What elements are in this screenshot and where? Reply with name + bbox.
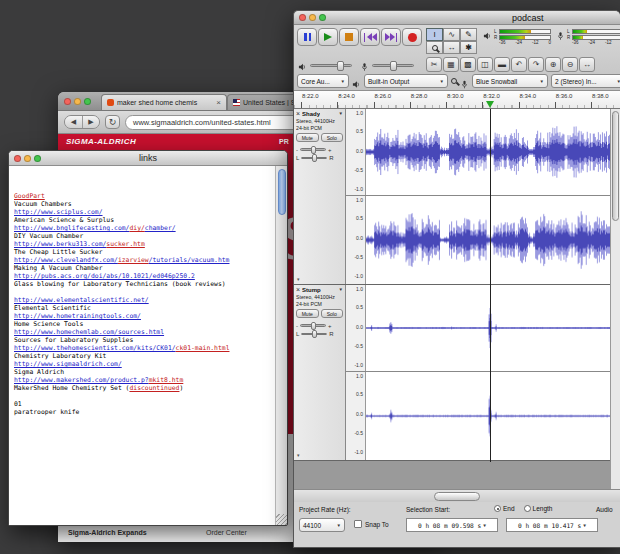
gain-slider[interactable]: - +: [294, 144, 345, 153]
project-rate-select[interactable]: 44100 ▼: [299, 518, 345, 532]
scrollbar-thumb[interactable]: [434, 492, 480, 501]
hyperlink[interactable]: http://www.makershed.com/product.p?: [14, 376, 149, 384]
length-radio[interactable]: Length: [524, 505, 553, 512]
waveform-canvas[interactable]: [366, 196, 610, 284]
tab-close-icon[interactable]: ×: [216, 98, 221, 107]
back-button[interactable]: ◀: [65, 116, 82, 128]
footer-link-expands[interactable]: Sigma-Aldrich Expands: [68, 529, 147, 536]
waveform-display[interactable]: [366, 372, 610, 460]
zoom-tool[interactable]: [426, 41, 443, 54]
mute-button[interactable]: Mute: [296, 133, 319, 142]
vertical-scrollbar[interactable]: [610, 109, 620, 489]
cut-button[interactable]: ✂: [426, 57, 442, 72]
scrollbar-thumb[interactable]: [612, 111, 619, 221]
input-channels-select[interactable]: 2 (Stereo) In...▼: [551, 74, 620, 88]
slider-thumb[interactable]: [311, 146, 316, 154]
slider-thumb[interactable]: [312, 154, 317, 162]
hyperlink[interactable]: izarview: [118, 256, 149, 264]
timeshift-tool[interactable]: ↔: [443, 41, 460, 54]
skip-start-button[interactable]: [360, 28, 380, 46]
hyperlink[interactable]: http://www.thehomescientist.com/kits/CK0…: [14, 344, 176, 352]
draw-tool[interactable]: ✎: [460, 28, 477, 41]
copy-button[interactable]: ▦: [443, 57, 459, 72]
resize-grip[interactable]: [276, 514, 287, 525]
trim-button[interactable]: ◫: [477, 57, 493, 72]
hyperlink[interactable]: http://www.berku313.com/: [14, 240, 106, 248]
scrollbar-thumb[interactable]: [278, 169, 286, 215]
hyperlink[interactable]: http://www.hometrainingtools.com/: [14, 312, 141, 320]
zoom-button[interactable]: [84, 98, 91, 105]
track-close-button[interactable]: ×: [296, 286, 300, 293]
links-title-bar[interactable]: links: [9, 151, 287, 166]
hyperlink[interactable]: http://www.homechemlab.com/sources.html: [14, 328, 164, 336]
hyperlink[interactable]: chamber/: [145, 224, 176, 232]
hyperlink[interactable]: http://pubs.acs.org/doi/abs/10.1021/ed04…: [14, 272, 195, 280]
hyperlink[interactable]: discountinued: [129, 384, 179, 392]
hyperlink[interactable]: http://www.sigmaaldrich.com/: [14, 360, 122, 368]
zoom-fit-button[interactable]: ↔: [579, 57, 595, 72]
close-button[interactable]: [299, 14, 306, 21]
recording-meter[interactable]: LR-36-24-120: [556, 28, 620, 45]
zoom-button[interactable]: [319, 14, 326, 21]
text-document[interactable]: GoodPartVacuum Chambershttp://www.sciplu…: [9, 166, 275, 525]
pan-slider[interactable]: L R: [294, 153, 345, 162]
footer-link-order-center[interactable]: Order Center: [206, 529, 247, 536]
selection-tool[interactable]: I: [426, 28, 443, 41]
input-volume-slider[interactable]: [360, 58, 414, 72]
close-button[interactable]: [64, 98, 71, 105]
zoom-in-button[interactable]: ⊕: [545, 57, 561, 72]
forward-button[interactable]: ▶: [82, 116, 99, 128]
skip-end-button[interactable]: [381, 28, 401, 46]
track-close-button[interactable]: ×: [296, 110, 300, 117]
playhead-marker-icon[interactable]: [486, 101, 494, 108]
audacity-title-bar[interactable]: podcast: [294, 11, 620, 25]
timeline-ruler[interactable]: 8:22.08:24.08:26.08:28.08:30.08:32.08:34…: [294, 91, 620, 109]
slider-track[interactable]: [300, 324, 326, 327]
slider-thumb[interactable]: [311, 322, 316, 330]
solo-button[interactable]: Solo: [321, 309, 344, 318]
slider-track[interactable]: [301, 333, 327, 336]
snap-to-checkbox[interactable]: Snap To: [354, 520, 389, 528]
playback-meter[interactable]: LR-36-24-120: [483, 28, 551, 45]
pause-button[interactable]: [297, 28, 317, 46]
mute-button[interactable]: Mute: [296, 309, 319, 318]
track-menu-arrow-icon[interactable]: ▼: [339, 111, 343, 116]
vertical-scrollbar[interactable]: [275, 166, 287, 525]
track-name[interactable]: Stump: [302, 287, 321, 293]
slider-thumb[interactable]: [390, 61, 397, 71]
hyperlink[interactable]: GoodPart: [14, 192, 45, 200]
audio-host-select[interactable]: Core Au...▼: [297, 74, 349, 88]
hyperlink[interactable]: diy/: [129, 224, 144, 232]
waveform-canvas[interactable]: [366, 372, 610, 460]
selection-end-field[interactable]: 0 h 08 m 10.417 s ▼: [506, 518, 598, 532]
collapse-track-icon[interactable]: ▾: [297, 452, 300, 458]
envelope-tool[interactable]: ∿: [443, 28, 460, 41]
hyperlink[interactable]: mkit8.htm: [149, 376, 184, 384]
minimize-button[interactable]: [309, 14, 316, 21]
redo-button[interactable]: ↷: [528, 57, 544, 72]
hyperlink[interactable]: http://www.clevelandfx.com/: [14, 256, 118, 264]
collapse-track-icon[interactable]: ▾: [297, 276, 300, 282]
pan-slider[interactable]: L R: [294, 329, 345, 338]
minimize-button[interactable]: [74, 98, 81, 105]
slider-track[interactable]: [372, 64, 414, 67]
waveform-canvas[interactable]: [366, 285, 610, 371]
stop-button[interactable]: [339, 28, 359, 46]
slider-thumb[interactable]: [312, 330, 317, 338]
slider-thumb[interactable]: [337, 61, 344, 71]
output-volume-slider[interactable]: [298, 58, 352, 72]
slider-track[interactable]: [300, 148, 326, 151]
input-device-select[interactable]: Blue Snowball▼: [472, 74, 548, 88]
waveform-display[interactable]: [366, 109, 610, 195]
undo-button[interactable]: ↶: [511, 57, 527, 72]
slider-track[interactable]: [301, 157, 327, 160]
silence-button[interactable]: ▬: [494, 57, 510, 72]
waveform-display[interactable]: [366, 196, 610, 284]
waveform-canvas[interactable]: [366, 109, 610, 195]
gain-slider[interactable]: - +: [294, 320, 345, 329]
hyperlink[interactable]: ck01-main.html: [176, 344, 230, 352]
slider-track[interactable]: [310, 64, 352, 67]
multi-tool[interactable]: ✱: [460, 41, 477, 54]
tab-maker-shed[interactable]: maker shed home chemis ×: [101, 94, 227, 110]
waveform-display[interactable]: [366, 285, 610, 371]
